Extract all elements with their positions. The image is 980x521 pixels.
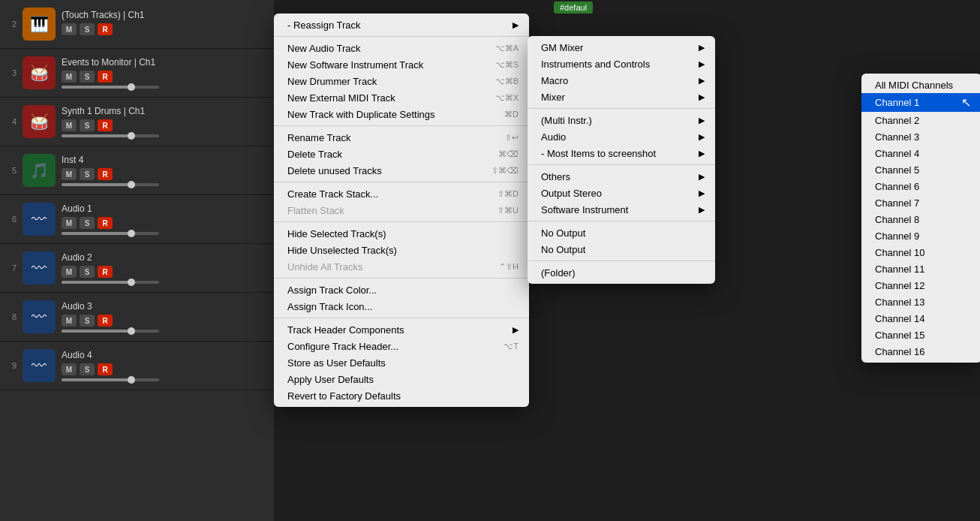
menu-item-label: Assign Track Color... [287,285,377,296]
menu-item-software-instrument[interactable]: Software Instrument ▶ [528,201,715,218]
menu-item-channel-1[interactable]: Channel 1 ↖ [861,93,980,112]
solo-button[interactable]: S [80,71,95,83]
menu-item-channel-6[interactable]: Channel 6 [861,178,980,194]
track-slider[interactable] [62,86,159,89]
menu-item-channel-9[interactable]: Channel 9 [861,227,980,244]
track-number: 7 [6,264,17,273]
menu-item-apply-user-defaults[interactable]: Apply User Defaults [274,371,529,387]
menu-item-no-output-2[interactable]: No Output [528,241,715,257]
menu-item-most-items[interactable]: - Most Items to screenshot ▶ [528,145,715,161]
menu-item-new-drummer-track[interactable]: New Drummer Track ⌥⌘B [274,73,529,89]
menu-item-channel-16[interactable]: Channel 16 [861,343,980,360]
menu-item-multi-instr[interactable]: (Multi Instr.) ▶ [528,112,715,128]
menu-item-label: Channel 15 [875,330,925,341]
menu-item-all-midi-channels[interactable]: All MIDI Channels [861,77,980,93]
menu-item-channel-3[interactable]: Channel 3 [861,128,980,145]
menu-item-rename-track[interactable]: Rename Track ⇧↩ [274,129,529,146]
menu-item-configure-track-header[interactable]: Configure Track Header... ⌥T [274,338,529,354]
mute-button[interactable]: M [62,217,77,229]
track-slider[interactable] [62,378,159,381]
solo-button[interactable]: S [80,266,95,278]
menu-item-channel-7[interactable]: Channel 7 [861,194,980,211]
menu-item-audio[interactable]: Audio ▶ [528,128,715,145]
record-button[interactable]: R [98,71,113,83]
menu-item-unhide-all[interactable]: Unhide All Tracks ⌃⇧H [274,258,529,275]
menu-item-new-external-midi-track[interactable]: New External MIDI Track ⌥⌘X [274,89,529,106]
mute-button[interactable]: M [62,168,77,180]
menu-item-assign-track-icon[interactable]: Assign Track Icon... [274,298,529,315]
record-button[interactable]: R [98,363,113,375]
record-button[interactable]: R [98,266,113,278]
record-button[interactable]: R [98,168,113,180]
track-slider[interactable] [62,134,159,137]
solo-button[interactable]: S [80,217,95,229]
menu-item-label: Delete Track [287,149,342,160]
menu-item-channel-8[interactable]: Channel 8 [861,211,980,227]
mute-button[interactable]: M [62,71,77,83]
menu-item-channel-12[interactable]: Channel 12 [861,277,980,294]
record-button[interactable]: R [98,119,113,131]
solo-button[interactable]: S [80,119,95,131]
menu-item-hide-unselected[interactable]: Hide Unselected Track(s) [274,242,529,258]
menu-item-flatten-stack[interactable]: Flatten Stack ⇧⌘U [274,202,529,218]
track-number: 2 [6,20,17,29]
menu-item-output-stereo[interactable]: Output Stereo ▶ [528,185,715,201]
record-button[interactable]: R [98,217,113,229]
menu-item-revert-factory-defaults[interactable]: Revert to Factory Defaults [274,387,529,404]
menu-item-new-track-duplicate[interactable]: New Track with Duplicate Settings ⌘D [274,106,529,122]
menu-item-channel-11[interactable]: Channel 11 [861,260,980,277]
menu-item-assign-track-color[interactable]: Assign Track Color... [274,282,529,298]
menu-item-hide-selected[interactable]: Hide Selected Track(s) [274,225,529,242]
menu-item-gm-mixer[interactable]: GM Mixer ▶ [528,39,715,56]
menu-item-label: GM Mixer [541,42,583,53]
track-number: 9 [6,361,17,370]
mute-button[interactable]: M [62,363,77,375]
solo-button[interactable]: S [80,23,95,35]
solo-button[interactable]: S [80,168,95,180]
mute-button[interactable]: M [62,23,77,35]
solo-button[interactable]: S [80,363,95,375]
mute-button[interactable]: M [62,119,77,131]
record-button[interactable]: R [98,315,113,327]
menu-item-reassign-track[interactable]: - Reassign Track ▶ [274,17,529,33]
track-slider[interactable] [62,232,159,235]
menu-item-store-user-defaults[interactable]: Store as User Defaults [274,354,529,371]
menu-shortcut: ⌥⌘A [495,44,519,53]
solo-button[interactable]: S [80,315,95,327]
menu-item-channel-13[interactable]: Channel 13 [861,294,980,310]
track-row: 7 〰 Audio 2 M S R [0,244,274,293]
track-slider[interactable] [62,183,159,186]
menu-item-mixer[interactable]: Mixer ▶ [528,89,715,105]
menu-item-delete-unused-tracks[interactable]: Delete unused Tracks ⇧⌘⌫ [274,162,529,179]
mute-button[interactable]: M [62,315,77,327]
track-name: Events to Monitor | Ch1 [62,57,268,68]
menu-shortcut: ⌃⇧H [499,262,519,272]
menu-item-macro[interactable]: Macro ▶ [528,72,715,89]
track-icon: 〰 [23,300,56,333]
menu-item-channel-2[interactable]: Channel 2 [861,112,980,128]
menu-item-delete-track[interactable]: Delete Track ⌘⌫ [274,146,529,162]
menu-item-folder[interactable]: (Folder) [528,264,715,281]
track-slider[interactable] [62,281,159,284]
menu-item-label: New Software Instrument Track [287,59,423,71]
menu-item-channel-14[interactable]: Channel 14 [861,310,980,327]
record-button[interactable]: R [98,23,113,35]
submenu-arrow-icon: ▶ [699,132,705,142]
menu-separator [274,125,529,126]
menu-item-new-audio-track[interactable]: New Audio Track ⌥⌘A [274,40,529,56]
track-slider[interactable] [62,330,159,333]
menu-item-create-track-stack[interactable]: Create Track Stack... ⇧⌘D [274,185,529,202]
track-icon: 〰 [23,349,56,382]
menu-item-new-software-instrument-track[interactable]: New Software Instrument Track ⌥⌘S [274,56,529,73]
menu-item-channel-15[interactable]: Channel 15 [861,327,980,343]
menu-item-others[interactable]: Others ▶ [528,168,715,185]
menu-item-channel-5[interactable]: Channel 5 [861,161,980,178]
menu-item-label: Mixer [541,92,565,103]
menu-item-label: - Most Items to screenshot [541,148,656,159]
menu-item-instruments-and-controls[interactable]: Instruments and Controls ▶ [528,56,715,72]
mute-button[interactable]: M [62,266,77,278]
menu-item-no-output-1[interactable]: No Output [528,224,715,241]
menu-item-channel-4[interactable]: Channel 4 [861,145,980,161]
menu-item-channel-10[interactable]: Channel 10 [861,244,980,260]
menu-item-track-header-components[interactable]: Track Header Components ▶ [274,321,529,338]
